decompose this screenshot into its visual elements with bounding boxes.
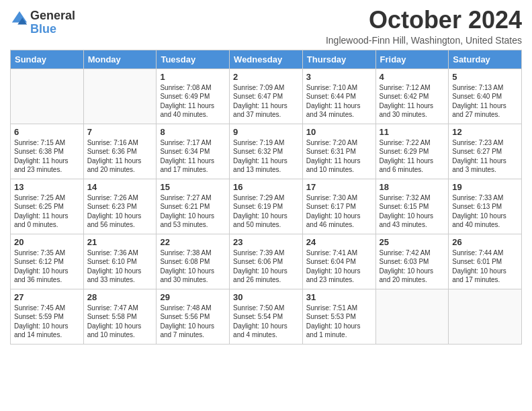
calendar-cell: 1Sunrise: 7:08 AM Sunset: 6:49 PM Daylig…	[157, 68, 230, 124]
day-info: Sunrise: 7:33 AM Sunset: 6:13 PM Dayligh…	[452, 193, 518, 230]
calendar-cell: 28Sunrise: 7:47 AM Sunset: 5:58 PM Dayli…	[83, 289, 157, 344]
day-info: Sunrise: 7:20 AM Sunset: 6:31 PM Dayligh…	[306, 138, 372, 175]
day-number: 4	[380, 72, 445, 82]
calendar-cell: 29Sunrise: 7:48 AM Sunset: 5:56 PM Dayli…	[157, 289, 230, 344]
day-info: Sunrise: 7:09 AM Sunset: 6:47 PM Dayligh…	[233, 83, 299, 120]
day-number: 26	[452, 237, 518, 247]
calendar-week-4: 20Sunrise: 7:35 AM Sunset: 6:12 PM Dayli…	[11, 234, 522, 289]
day-info: Sunrise: 7:16 AM Sunset: 6:36 PM Dayligh…	[87, 138, 153, 175]
calendar-cell: 5Sunrise: 7:13 AM Sunset: 6:40 PM Daylig…	[449, 68, 522, 124]
header-cell-saturday: Saturday	[449, 50, 522, 68]
calendar-cell: 7Sunrise: 7:16 AM Sunset: 6:36 PM Daylig…	[83, 124, 157, 179]
calendar-cell: 25Sunrise: 7:42 AM Sunset: 6:03 PM Dayli…	[375, 234, 449, 289]
calendar-cell: 17Sunrise: 7:30 AM Sunset: 6:17 PM Dayli…	[302, 179, 375, 234]
day-number: 15	[160, 182, 226, 192]
calendar-cell: 12Sunrise: 7:23 AM Sunset: 6:27 PM Dayli…	[449, 124, 522, 179]
calendar-week-5: 27Sunrise: 7:45 AM Sunset: 5:59 PM Dayli…	[11, 289, 522, 344]
calendar-cell: 18Sunrise: 7:32 AM Sunset: 6:15 PM Dayli…	[375, 179, 449, 234]
day-number: 1	[160, 72, 226, 82]
day-info: Sunrise: 7:42 AM Sunset: 6:03 PM Dayligh…	[380, 248, 445, 285]
day-number: 28	[87, 292, 153, 302]
day-number: 8	[160, 127, 226, 137]
day-info: Sunrise: 7:50 AM Sunset: 5:54 PM Dayligh…	[233, 304, 299, 340]
day-number: 19	[452, 182, 518, 192]
calendar-week-2: 6Sunrise: 7:15 AM Sunset: 6:38 PM Daylig…	[11, 124, 522, 179]
day-number: 10	[306, 127, 372, 137]
header-cell-monday: Monday	[83, 50, 157, 68]
title-block: October 2024 Inglewood-Finn Hill, Washin…	[326, 7, 522, 46]
calendar-week-1: 1Sunrise: 7:08 AM Sunset: 6:49 PM Daylig…	[11, 68, 522, 124]
calendar-cell: 8Sunrise: 7:17 AM Sunset: 6:34 PM Daylig…	[157, 124, 230, 179]
day-info: Sunrise: 7:26 AM Sunset: 6:23 PM Dayligh…	[87, 193, 153, 230]
calendar-cell: 3Sunrise: 7:10 AM Sunset: 6:44 PM Daylig…	[302, 68, 375, 124]
day-info: Sunrise: 7:36 AM Sunset: 6:10 PM Dayligh…	[87, 248, 153, 285]
day-number: 25	[380, 237, 445, 247]
day-info: Sunrise: 7:35 AM Sunset: 6:12 PM Dayligh…	[14, 248, 80, 285]
day-number: 6	[14, 127, 80, 137]
day-number: 31	[306, 292, 372, 302]
calendar-cell: 30Sunrise: 7:50 AM Sunset: 5:54 PM Dayli…	[230, 289, 303, 344]
header-cell-tuesday: Tuesday	[157, 50, 230, 68]
header-cell-thursday: Thursday	[302, 50, 375, 68]
calendar-cell	[11, 68, 84, 124]
day-number: 3	[306, 72, 372, 82]
day-info: Sunrise: 7:29 AM Sunset: 6:19 PM Dayligh…	[233, 193, 299, 230]
day-number: 17	[306, 182, 372, 192]
day-number: 16	[233, 182, 299, 192]
calendar-cell: 4Sunrise: 7:12 AM Sunset: 6:42 PM Daylig…	[375, 68, 449, 124]
page-header: General Blue October 2024 Inglewood-Finn…	[10, 7, 522, 46]
logo-blue: Blue	[30, 23, 75, 36]
day-info: Sunrise: 7:15 AM Sunset: 6:38 PM Dayligh…	[14, 138, 80, 175]
calendar-cell: 15Sunrise: 7:27 AM Sunset: 6:21 PM Dayli…	[157, 179, 230, 234]
day-info: Sunrise: 7:41 AM Sunset: 6:04 PM Dayligh…	[306, 248, 372, 285]
day-number: 9	[233, 127, 299, 137]
header-cell-wednesday: Wednesday	[230, 50, 303, 68]
logo-text: General Blue	[30, 9, 75, 36]
calendar-cell: 20Sunrise: 7:35 AM Sunset: 6:12 PM Dayli…	[11, 234, 84, 289]
header-cell-sunday: Sunday	[11, 50, 84, 68]
day-number: 18	[380, 182, 445, 192]
logo-icon	[10, 9, 29, 28]
day-info: Sunrise: 7:45 AM Sunset: 5:59 PM Dayligh…	[14, 304, 80, 340]
header-row: SundayMondayTuesdayWednesdayThursdayFrid…	[11, 50, 522, 68]
day-info: Sunrise: 7:48 AM Sunset: 5:56 PM Dayligh…	[160, 304, 226, 340]
logo: General Blue	[10, 7, 75, 36]
day-number: 21	[87, 237, 153, 247]
day-number: 11	[380, 127, 445, 137]
day-number: 20	[14, 237, 80, 247]
calendar-cell: 6Sunrise: 7:15 AM Sunset: 6:38 PM Daylig…	[11, 124, 84, 179]
calendar-cell: 23Sunrise: 7:39 AM Sunset: 6:06 PM Dayli…	[230, 234, 303, 289]
calendar-table: SundayMondayTuesdayWednesdayThursdayFrid…	[10, 50, 522, 345]
day-info: Sunrise: 7:08 AM Sunset: 6:49 PM Dayligh…	[160, 83, 226, 120]
day-number: 7	[87, 127, 153, 137]
day-number: 2	[233, 72, 299, 82]
calendar-cell: 10Sunrise: 7:20 AM Sunset: 6:31 PM Dayli…	[302, 124, 375, 179]
calendar-cell: 9Sunrise: 7:19 AM Sunset: 6:32 PM Daylig…	[230, 124, 303, 179]
day-info: Sunrise: 7:27 AM Sunset: 6:21 PM Dayligh…	[160, 193, 226, 230]
day-number: 22	[160, 237, 226, 247]
day-info: Sunrise: 7:32 AM Sunset: 6:15 PM Dayligh…	[380, 193, 445, 230]
calendar-cell	[83, 68, 157, 124]
day-info: Sunrise: 7:30 AM Sunset: 6:17 PM Dayligh…	[306, 193, 372, 230]
logo-general: General	[30, 9, 75, 23]
calendar-cell: 19Sunrise: 7:33 AM Sunset: 6:13 PM Dayli…	[449, 179, 522, 234]
day-info: Sunrise: 7:44 AM Sunset: 6:01 PM Dayligh…	[452, 248, 518, 285]
day-info: Sunrise: 7:17 AM Sunset: 6:34 PM Dayligh…	[160, 138, 226, 175]
location: Inglewood-Finn Hill, Washington, United …	[326, 35, 522, 46]
day-number: 12	[452, 127, 518, 137]
day-info: Sunrise: 7:23 AM Sunset: 6:27 PM Dayligh…	[452, 138, 518, 175]
day-info: Sunrise: 7:12 AM Sunset: 6:42 PM Dayligh…	[380, 83, 445, 120]
day-info: Sunrise: 7:10 AM Sunset: 6:44 PM Dayligh…	[306, 83, 372, 120]
day-number: 14	[87, 182, 153, 192]
day-number: 27	[14, 292, 80, 302]
day-info: Sunrise: 7:25 AM Sunset: 6:25 PM Dayligh…	[14, 193, 80, 230]
calendar-cell	[449, 289, 522, 344]
day-info: Sunrise: 7:39 AM Sunset: 6:06 PM Dayligh…	[233, 248, 299, 285]
day-number: 5	[452, 72, 518, 82]
calendar-cell: 24Sunrise: 7:41 AM Sunset: 6:04 PM Dayli…	[302, 234, 375, 289]
day-number: 13	[14, 182, 80, 192]
calendar-cell: 31Sunrise: 7:51 AM Sunset: 5:53 PM Dayli…	[302, 289, 375, 344]
day-number: 30	[233, 292, 299, 302]
calendar-cell: 14Sunrise: 7:26 AM Sunset: 6:23 PM Dayli…	[83, 179, 157, 234]
day-info: Sunrise: 7:51 AM Sunset: 5:53 PM Dayligh…	[306, 304, 372, 340]
